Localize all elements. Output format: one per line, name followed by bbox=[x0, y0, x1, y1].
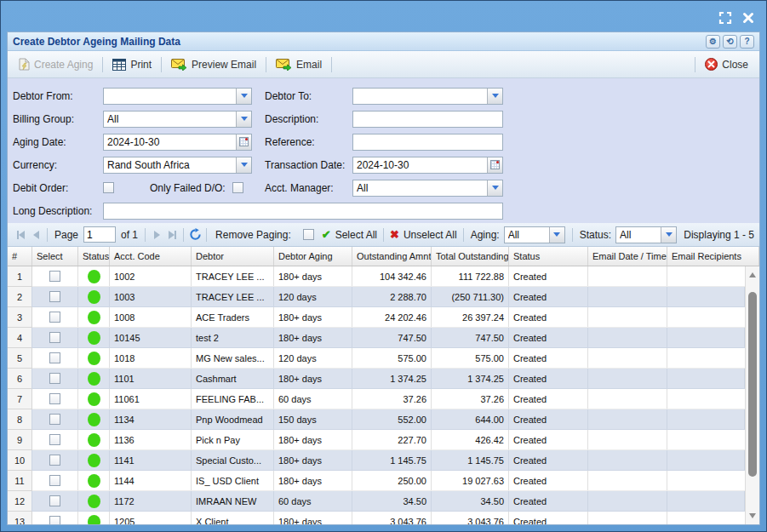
table-row: 101141Special Custo...180+ days1 145.751… bbox=[8, 450, 745, 471]
transaction-date-calendar-trigger[interactable] bbox=[487, 157, 502, 173]
currency-dropdown-trigger[interactable] bbox=[236, 157, 251, 173]
aging-date-calendar-trigger[interactable] bbox=[236, 134, 251, 150]
paging-separator bbox=[463, 228, 464, 242]
first-page-button[interactable] bbox=[13, 227, 28, 243]
aging-date-field[interactable] bbox=[103, 134, 252, 151]
refresh-panel-button[interactable]: ⟲ bbox=[723, 35, 737, 49]
column-header[interactable]: Email Recipients bbox=[667, 247, 759, 266]
row-select-checkbox[interactable] bbox=[49, 352, 60, 363]
transaction-date-input[interactable] bbox=[352, 157, 503, 174]
last-page-button[interactable] bbox=[164, 227, 180, 243]
page-number-input[interactable] bbox=[83, 226, 116, 243]
chevron-down-icon bbox=[492, 94, 499, 98]
debtor-cell: test 2 bbox=[192, 328, 274, 347]
row-select-checkbox[interactable] bbox=[49, 414, 60, 425]
column-header[interactable]: Email Date / Time bbox=[588, 247, 667, 266]
transaction-date-field[interactable] bbox=[352, 157, 503, 174]
next-page-icon bbox=[154, 231, 160, 239]
row-select-checkbox[interactable] bbox=[49, 475, 60, 486]
aging-filter-dropdown-trigger[interactable] bbox=[549, 227, 564, 243]
vertical-scrollbar[interactable] bbox=[745, 266, 759, 524]
unselect-all-button[interactable]: ✖ Unselect All bbox=[387, 227, 460, 243]
status-cell: Created bbox=[509, 369, 588, 388]
outstanding-amnt-cell: 552.00 bbox=[352, 409, 432, 429]
row-select-checkbox[interactable] bbox=[49, 455, 60, 466]
billing-group-input[interactable] bbox=[103, 111, 252, 128]
scroll-down-button[interactable] bbox=[746, 509, 759, 523]
column-header[interactable]: Debtor Aging bbox=[274, 247, 352, 266]
scrollbar-thumb[interactable] bbox=[748, 292, 757, 477]
aging-filter-combo[interactable] bbox=[504, 226, 565, 243]
status-cell: Created bbox=[509, 409, 588, 429]
settings-gear-button[interactable]: ⚙ bbox=[706, 35, 720, 49]
debtor-to-dropdown-trigger[interactable] bbox=[487, 89, 502, 104]
column-header[interactable]: Total Outstanding bbox=[432, 247, 509, 266]
billing-group-dropdown-trigger[interactable] bbox=[236, 112, 251, 127]
scroll-up-button[interactable] bbox=[746, 268, 759, 282]
billing-group-combo[interactable] bbox=[103, 111, 252, 128]
description-input[interactable] bbox=[352, 111, 503, 128]
only-failed-checkbox[interactable] bbox=[232, 182, 243, 193]
column-header[interactable]: Select bbox=[32, 247, 78, 266]
currency-combo[interactable] bbox=[103, 157, 252, 174]
help-button[interactable]: ? bbox=[740, 35, 754, 49]
remove-paging-checkbox[interactable] bbox=[303, 229, 314, 240]
row-select-checkbox[interactable] bbox=[49, 434, 60, 445]
currency-input[interactable] bbox=[103, 157, 252, 174]
email-recipients-cell bbox=[667, 471, 745, 490]
create-aging-button[interactable]: Create Aging bbox=[13, 55, 99, 73]
row-select-checkbox[interactable] bbox=[49, 495, 60, 506]
long-description-input[interactable] bbox=[103, 203, 503, 220]
row-select-checkbox[interactable] bbox=[49, 516, 60, 524]
print-button[interactable]: Print bbox=[106, 56, 157, 73]
aging-date-input[interactable] bbox=[103, 134, 252, 151]
outstanding-amnt-cell: 104 342.46 bbox=[352, 266, 432, 286]
row-status-cell bbox=[78, 450, 110, 470]
fullscreen-icon[interactable] bbox=[718, 11, 732, 25]
status-filter-combo[interactable] bbox=[615, 226, 677, 243]
gear-icon: ⚙ bbox=[709, 37, 717, 46]
debtor-to-combo[interactable] bbox=[352, 88, 503, 105]
row-select-checkbox[interactable] bbox=[49, 291, 60, 302]
debtor-from-dropdown-trigger[interactable] bbox=[236, 89, 251, 104]
prev-page-button[interactable] bbox=[28, 227, 43, 243]
debtor-from-combo[interactable] bbox=[103, 88, 252, 105]
debtor-cell: ACE Traders bbox=[192, 307, 274, 327]
column-header[interactable]: # bbox=[8, 247, 32, 266]
reference-input[interactable] bbox=[352, 134, 503, 151]
outstanding-amnt-cell: 575.00 bbox=[352, 348, 432, 368]
debtor-from-input[interactable] bbox=[103, 88, 252, 105]
debit-order-checkbox[interactable] bbox=[103, 182, 114, 193]
column-header[interactable]: Outstanding Amnt bbox=[352, 247, 432, 266]
debtor-aging-cell: 180+ days bbox=[274, 266, 352, 286]
aging-date-label: Aging Date: bbox=[13, 136, 103, 148]
aging-filter-label: Aging: bbox=[471, 229, 500, 241]
row-select-checkbox[interactable] bbox=[49, 312, 60, 323]
check-icon: ✔ bbox=[322, 229, 331, 240]
row-select-cell bbox=[32, 348, 78, 368]
close-window-icon[interactable] bbox=[742, 12, 754, 24]
column-header[interactable]: Status bbox=[78, 247, 110, 266]
preview-email-button[interactable]: Preview Email bbox=[165, 56, 262, 73]
row-select-checkbox[interactable] bbox=[49, 271, 60, 282]
refresh-grid-button[interactable] bbox=[187, 227, 203, 243]
email-button[interactable]: Email bbox=[270, 56, 328, 73]
select-all-button[interactable]: ✔ Select All bbox=[319, 227, 380, 243]
email-recipients-cell bbox=[667, 328, 745, 347]
row-number: 12 bbox=[8, 491, 32, 512]
acct-manager-dropdown-trigger[interactable] bbox=[487, 180, 502, 196]
debit-order-field: Only Failed D/O: bbox=[103, 182, 252, 194]
next-page-button[interactable] bbox=[149, 227, 164, 243]
debtor-to-input[interactable] bbox=[352, 88, 503, 105]
status-filter-dropdown-trigger[interactable] bbox=[661, 227, 676, 243]
column-header[interactable]: Debtor bbox=[192, 247, 274, 266]
column-header[interactable]: Acct. Code bbox=[110, 247, 192, 266]
row-select-cell bbox=[32, 450, 78, 470]
acct-manager-combo[interactable] bbox=[352, 180, 503, 197]
row-select-checkbox[interactable] bbox=[49, 332, 60, 343]
row-select-checkbox[interactable] bbox=[49, 373, 60, 384]
close-button[interactable]: Close bbox=[699, 55, 754, 73]
acct-manager-input[interactable] bbox=[352, 180, 503, 197]
row-select-checkbox[interactable] bbox=[49, 393, 60, 404]
column-header[interactable]: Status bbox=[509, 247, 588, 266]
